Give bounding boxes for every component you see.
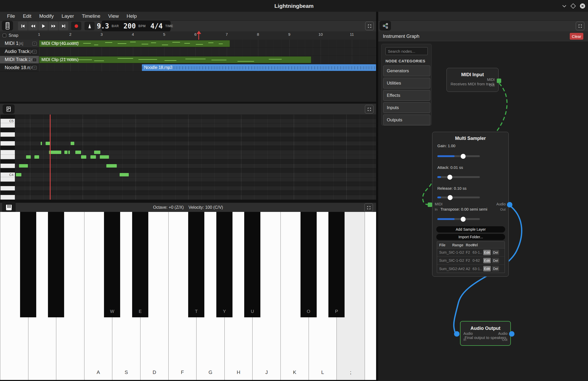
midi-out-port[interactable] — [497, 79, 501, 83]
midi-note[interactable] — [71, 142, 74, 145]
skip-end-button[interactable] — [59, 22, 68, 30]
snap-checkbox[interactable] — [3, 34, 6, 37]
midi-note[interactable] — [46, 142, 50, 145]
category-outputs[interactable]: Outputs — [383, 115, 430, 125]
rewind-button[interactable] — [28, 22, 38, 30]
minimize-icon[interactable] — [560, 2, 568, 10]
piano-roll[interactable]: C5C4 — [0, 115, 376, 200]
menu-item-modify[interactable]: Modify — [36, 13, 57, 20]
midi-note[interactable] — [120, 173, 129, 176]
midi-note[interactable] — [94, 151, 100, 154]
metronome-icon[interactable] — [84, 22, 95, 30]
fast-forward-button[interactable] — [48, 22, 58, 30]
menu-item-file[interactable]: File — [4, 13, 19, 20]
midi-note[interactable] — [64, 151, 68, 154]
attack-slider[interactable] — [437, 176, 480, 178]
keyboard-expand-icon[interactable] — [364, 203, 373, 212]
release-slider[interactable] — [437, 197, 480, 198]
del-button[interactable]: Del — [492, 266, 499, 271]
search-input[interactable] — [385, 47, 428, 55]
record-button[interactable] — [71, 22, 81, 30]
midi-note[interactable] — [16, 173, 21, 176]
piano-roll-playhead — [50, 115, 51, 200]
category-utilities[interactable]: Utilities — [383, 78, 430, 88]
menu-item-help[interactable]: Help — [123, 13, 140, 20]
midi-note[interactable] — [26, 155, 31, 159]
midi-note[interactable] — [19, 164, 28, 168]
midi-note[interactable] — [90, 155, 96, 159]
menu-item-edit[interactable]: Edit — [20, 13, 35, 20]
track-minus-button[interactable]: - — [32, 42, 37, 46]
track-minus-button[interactable]: - — [32, 66, 37, 70]
maximize-icon[interactable] — [569, 2, 577, 10]
menu-item-timeline[interactable]: Timeline — [78, 13, 104, 20]
play-button[interactable] — [38, 22, 48, 30]
del-button[interactable]: Del — [492, 258, 499, 263]
import-folder-button[interactable]: Import Folder... — [436, 234, 505, 240]
skip-start-button[interactable] — [18, 22, 28, 30]
black-key-U[interactable]: U — [244, 212, 260, 317]
black-key-T[interactable]: T — [188, 212, 204, 317]
del-button[interactable]: Del — [492, 250, 499, 255]
key-label: W — [104, 309, 120, 314]
category-generators[interactable]: Generators — [383, 66, 430, 76]
track-minus-button[interactable]: - — [32, 58, 37, 62]
midi-clip-2[interactable]: MIDI Clip (21 notes) — [39, 56, 311, 63]
menu-item-view[interactable]: View — [105, 13, 122, 20]
add-sample-layer-button[interactable]: Add Sample Layer — [436, 226, 505, 233]
edit-button[interactable]: Edit — [483, 266, 491, 271]
white-key-13[interactable] — [365, 212, 376, 380]
track-header-4[interactable]: Noodle 18.mp3[A]- — [0, 64, 39, 72]
track-lane-2[interactable] — [39, 48, 376, 56]
gain-slider[interactable] — [437, 155, 480, 157]
port-label: MIDI — [435, 202, 443, 206]
ruler-bar-6: 6 — [194, 32, 197, 37]
audio-in-port[interactable] — [454, 331, 460, 337]
track-minus-button[interactable]: - — [32, 50, 37, 54]
piano-icon[interactable] — [2, 201, 16, 213]
audio-clip-3[interactable]: Noodle 18.mp3 — [142, 64, 376, 71]
piano-roll-icon[interactable] — [3, 104, 15, 114]
multi-sampler-node[interactable]: Multi Sampler Gain: 1.00 Attack: 0.01 ss… — [432, 132, 509, 277]
midi-note[interactable] — [75, 151, 81, 154]
edit-button[interactable]: Edit — [483, 258, 491, 263]
midi-input-node[interactable]: MIDI Input Receives MIDI from track MIDI… — [446, 68, 499, 92]
key-label: U — [244, 309, 260, 314]
close-icon[interactable] — [579, 2, 586, 10]
midi-note[interactable] — [34, 155, 39, 159]
piano-roll-expand-icon[interactable] — [365, 105, 373, 114]
menu-item-layer[interactable]: Layer — [58, 13, 77, 20]
midi-note[interactable] — [106, 164, 117, 168]
midi-note[interactable] — [100, 155, 109, 159]
midi-clip-1[interactable]: MIDI Clip (40 notes) — [39, 40, 230, 47]
midi-note[interactable] — [68, 151, 70, 154]
audio-out-port[interactable] — [509, 331, 514, 337]
sample-row-3: Sum_SH...G2-A#2A263-1...EditDel — [437, 265, 505, 273]
midi-note[interactable] — [41, 142, 42, 145]
black-key-P[interactable]: P — [328, 212, 345, 317]
audio-output-node[interactable]: Audio Output Final output to speakers Au… — [460, 321, 511, 346]
black-key-1[interactable] — [20, 212, 36, 317]
tempo-display: 9.3 BAR 200 BPM 4/4 TIME — [101, 20, 171, 32]
black-key-O[interactable]: O — [301, 212, 317, 317]
transpose-slider[interactable] — [437, 218, 480, 220]
midi-note[interactable] — [49, 151, 61, 154]
app-root: Lightningbeam FileEditModifyLayerTimelin… — [0, 0, 588, 381]
category-effects[interactable]: Effects — [383, 90, 430, 101]
black-key-E[interactable]: E — [132, 212, 148, 317]
sampler-audio-out-port[interactable] — [507, 202, 512, 207]
track-header-3[interactable]: MIDI Track 2[A]- — [0, 56, 39, 64]
midi-note[interactable] — [81, 155, 86, 159]
track-header-1[interactable]: MIDI 1[A]- — [0, 40, 39, 48]
category-inputs[interactable]: Inputs — [383, 102, 430, 113]
film-icon[interactable] — [2, 21, 13, 31]
black-key-Y[interactable]: Y — [216, 212, 232, 317]
track-lanes[interactable]: MIDI Clip (40 notes)MIDI Clip (21 notes)… — [39, 40, 376, 72]
track-header-2[interactable]: Audio Track 2[A]- — [0, 48, 39, 56]
black-key-2[interactable] — [48, 212, 64, 317]
timeline-ruler[interactable]: 1234567891011 — [39, 31, 376, 40]
timeline-expand-icon[interactable] — [365, 22, 374, 30]
black-key-W[interactable]: W — [104, 212, 120, 317]
edit-button[interactable]: Edit — [483, 250, 491, 255]
sampler-midi-in-port[interactable] — [428, 203, 432, 207]
